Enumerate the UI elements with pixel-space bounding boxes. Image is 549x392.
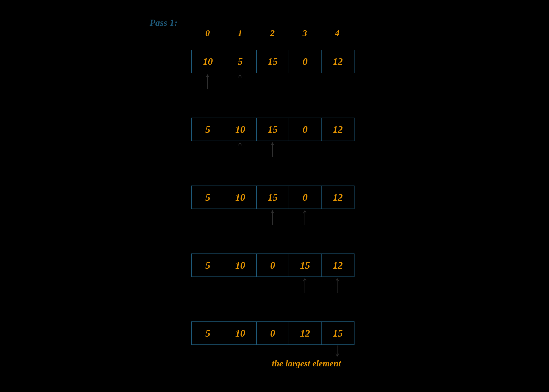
- array-cell: 12: [322, 186, 354, 209]
- arrow-up-icon: [270, 142, 275, 157]
- array-cell: 0: [257, 254, 289, 276]
- caption-largest-element: the largest element: [272, 359, 341, 368]
- arrow-up-icon: [205, 74, 210, 89]
- index-cell: 2: [256, 28, 289, 38]
- arrow-up-icon: [237, 142, 243, 157]
- array-row: 5 10 15 0 12: [191, 186, 354, 209]
- arrow-up-icon: [270, 210, 275, 225]
- arrow-up-icon: [335, 278, 340, 293]
- array-cell: 12: [322, 254, 354, 276]
- array-row: 5 10 15 0 12: [191, 118, 354, 141]
- array-cell: 10: [192, 50, 224, 73]
- array-cell: 5: [192, 254, 224, 276]
- index-cell: 1: [224, 28, 256, 38]
- array-cell: 5: [192, 118, 224, 141]
- array-row: 10 5 15 0 12: [191, 50, 354, 73]
- array-cell: 0: [289, 50, 322, 73]
- array-cell: 10: [224, 254, 257, 276]
- array-cell: 10: [224, 322, 257, 344]
- array-cell: 10: [224, 186, 257, 209]
- array-cell: 12: [322, 50, 354, 73]
- index-cell: 0: [191, 28, 224, 38]
- arrow-up-icon: [302, 210, 307, 225]
- array-cell: 15: [289, 254, 322, 276]
- index-cell: 3: [289, 28, 321, 38]
- index-row: 0 1 2 3 4: [191, 28, 353, 38]
- array-cell: 0: [289, 118, 322, 141]
- array-cell: 10: [224, 118, 257, 141]
- diagram-stage: Pass 1: 0 1 2 3 4 10 5 15 0 12 5 10 15 0…: [0, 0, 549, 392]
- array-cell: 12: [289, 322, 322, 344]
- arrow-up-icon: [302, 278, 307, 293]
- array-row: 5 10 0 12 15: [191, 321, 354, 345]
- index-cell: 4: [321, 28, 353, 38]
- array-cell: 15: [322, 322, 354, 344]
- arrow-up-icon: [237, 74, 243, 89]
- array-row: 5 10 0 15 12: [191, 253, 354, 277]
- arrow-down-icon: [335, 345, 340, 357]
- array-cell: 0: [257, 322, 289, 344]
- pass-label: Pass 1:: [150, 17, 178, 28]
- array-cell: 15: [257, 186, 289, 209]
- array-cell: 5: [192, 322, 224, 344]
- array-cell: 5: [224, 50, 257, 73]
- array-cell: 0: [289, 186, 322, 209]
- array-cell: 5: [192, 186, 224, 209]
- array-cell: 15: [257, 118, 289, 141]
- array-cell: 15: [257, 50, 289, 73]
- array-cell: 12: [322, 118, 354, 141]
